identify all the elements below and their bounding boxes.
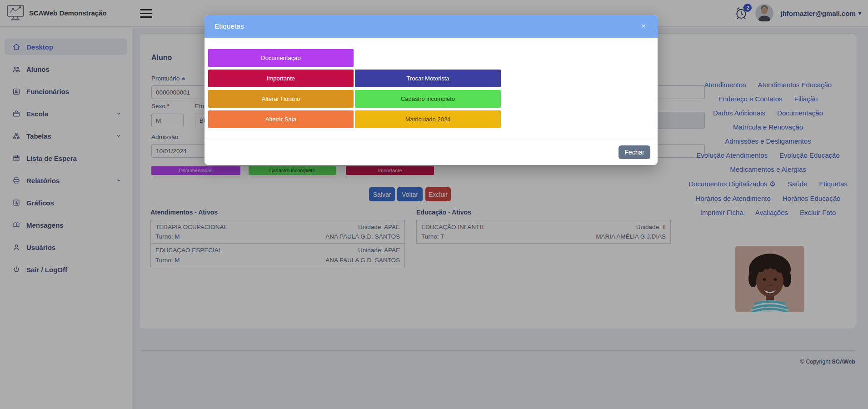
modal-header: Etiquetas × <box>205 15 658 38</box>
etiqueta-trocar-motorista-button[interactable]: Trocar Motorista <box>355 70 501 87</box>
etiqueta-importante-button[interactable]: Importante <box>208 70 354 87</box>
fechar-button[interactable]: Fechar <box>619 145 650 159</box>
etiqueta-cadastro-incompleto-button[interactable]: Cadastro incompleto <box>355 90 501 108</box>
etiqueta-matriculado-2024-button[interactable]: Matriculado 2024 <box>355 110 501 128</box>
app-window: SCAWeb Demonstração 2 <box>0 0 868 409</box>
modal-title: Etiquetas <box>215 22 244 30</box>
etiqueta-alterar-sala-button[interactable]: Alterar Sala <box>208 110 354 128</box>
close-icon[interactable]: × <box>639 21 649 31</box>
etiqueta-alterar-horario-button[interactable]: Alterar Horário <box>208 90 354 108</box>
etiquetas-modal: Etiquetas × Documentação Importante Troc… <box>205 15 658 165</box>
modal-body: Documentação Importante Trocar Motorista… <box>205 38 658 139</box>
etiqueta-documentacao-button[interactable]: Documentação <box>208 49 354 67</box>
modal-footer: Fechar <box>205 139 658 165</box>
